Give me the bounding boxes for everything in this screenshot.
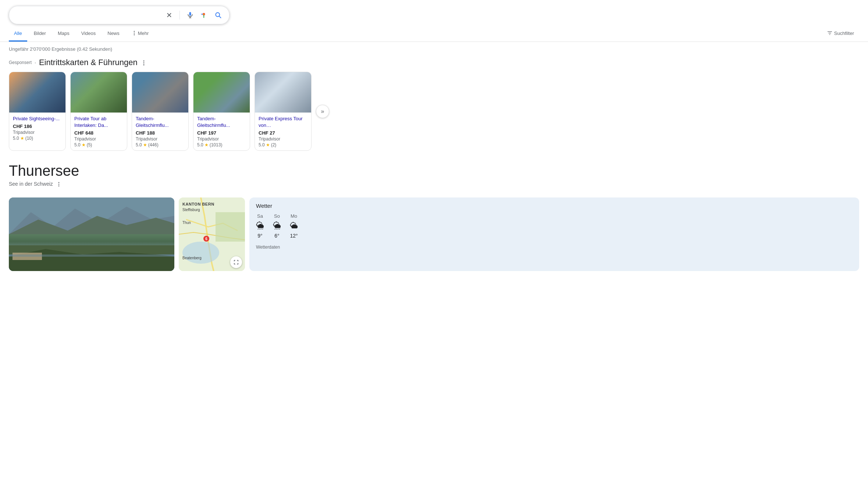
svg-point-20 [58, 185, 60, 186]
svg-rect-28 [9, 254, 174, 257]
svg-point-6 [203, 14, 204, 15]
map-region-label: KANTON BERN Steffisburg Thun [182, 202, 214, 225]
product-image [255, 72, 311, 113]
results-count: Ungefähr 2'070'000 Ergebnisse (0.42 Seku… [0, 42, 868, 55]
product-card[interactable]: Tandem-Gleitschirmflu... CHF 188 Tripadv… [132, 72, 189, 151]
sponsored-label: Gesponsert [9, 60, 32, 65]
clear-button[interactable] [164, 10, 174, 20]
weather-day: Mo 🌥 12° [290, 213, 298, 239]
product-rating: 5.0 ★ (2) [259, 142, 307, 147]
star-icon: ★ [266, 142, 270, 147]
star-icon: ★ [143, 142, 147, 147]
product-price: CHF 27 [259, 130, 307, 136]
svg-point-11 [134, 34, 135, 35]
knowledge-subtitle: See in der Schweiz [9, 181, 859, 187]
search-box-icons [164, 10, 223, 20]
weather-icon: 🌦 [273, 221, 281, 231]
mic-button[interactable] [185, 10, 195, 20]
product-rating: 5.0 ★ (446) [136, 142, 185, 147]
product-image [132, 72, 188, 113]
sponsored-section: Gesponsert · Eintrittskarten & Führungen… [0, 55, 868, 154]
svg-point-19 [58, 184, 60, 185]
knowledge-title: Thunersee [9, 163, 859, 179]
product-source: Tripadvisor [13, 130, 62, 135]
product-source: Tripadvisor [136, 136, 185, 142]
tab-videos[interactable]: Videos [76, 26, 101, 42]
product-price: CHF 648 [74, 130, 123, 136]
weather-title: Wetter [256, 203, 853, 209]
lens-button[interactable] [199, 10, 209, 20]
product-image [9, 72, 65, 113]
star-icon: ★ [204, 142, 209, 147]
chevron-right-icon: » [321, 108, 324, 115]
search-input[interactable]: thunersee [15, 12, 161, 18]
product-image [71, 72, 127, 113]
tab-alle[interactable]: Alle [9, 26, 27, 42]
sponsored-header: Gesponsert · Eintrittskarten & Führungen [9, 58, 859, 67]
svg-point-18 [58, 182, 60, 183]
nav-tabs: Alle Bilder Maps Videos News Mehr Suchfi… [0, 26, 868, 42]
filter-icon [827, 30, 833, 36]
product-name: Tandem-Gleitschirmflu... [197, 115, 246, 129]
product-cards: Private Sightseeing-... CHF 186 Tripadvi… [9, 72, 859, 151]
svg-point-16 [143, 62, 144, 63]
product-card[interactable]: Private Tour ab Interlaken: Da... CHF 64… [70, 72, 127, 151]
product-name: Tandem-Gleitschirmflu... [136, 115, 185, 129]
map-panel: 6 KANTON BERN Steffisburg Thun Beatenber… [179, 197, 245, 271]
weather-day: Sa 🌦 9° [256, 213, 264, 239]
product-name: Private Tour ab Interlaken: Da... [74, 115, 123, 129]
svg-line-8 [219, 16, 221, 18]
product-card[interactable]: Tandem-Gleitschirmflu... CHF 197 Tripadv… [193, 72, 250, 151]
sponsored-title: Eintrittskarten & Führungen [39, 58, 138, 67]
product-source: Tripadvisor [197, 136, 246, 142]
weather-day: So 🌦 6° [273, 213, 281, 239]
product-image [193, 72, 250, 113]
svg-point-10 [134, 33, 135, 34]
tab-bilder[interactable]: Bilder [29, 26, 51, 42]
more-vert-icon [131, 30, 137, 36]
product-card[interactable]: Private Sightseeing-... CHF 186 Tripadvi… [9, 72, 66, 151]
weather-temp: 6° [274, 233, 279, 239]
tab-news[interactable]: News [102, 26, 125, 42]
star-icon: ★ [82, 142, 86, 147]
svg-rect-31 [216, 212, 245, 242]
weather-day-name: Mo [291, 213, 297, 219]
weather-icon: 🌦 [256, 221, 264, 231]
product-card[interactable]: Private Express Tour von… CHF 27 Tripadv… [255, 72, 312, 151]
tab-mehr[interactable]: Mehr [126, 26, 154, 42]
product-source: Tripadvisor [74, 136, 123, 142]
product-rating: 5.0 ★ (5) [74, 142, 123, 147]
map-expand-button[interactable] [230, 256, 242, 268]
search-icon [214, 11, 222, 19]
lake-image [9, 197, 174, 271]
product-price: CHF 197 [197, 130, 246, 136]
svg-rect-2 [189, 12, 191, 16]
search-box: thunersee [9, 6, 230, 24]
tab-maps[interactable]: Maps [53, 26, 75, 42]
bottom-panels: 6 KANTON BERN Steffisburg Thun Beatenber… [0, 197, 868, 271]
product-price: CHF 188 [136, 130, 185, 136]
subtitle-more-icon[interactable] [56, 181, 62, 187]
sponsored-more-icon[interactable] [140, 59, 147, 67]
product-rating: 5.0 ★ (10) [13, 136, 62, 141]
product-rating: 5.0 ★ (1013) [197, 142, 246, 147]
svg-point-9 [134, 31, 135, 32]
map-city-beatenberg: Beatenberg [182, 256, 202, 260]
svg-text:6: 6 [205, 237, 207, 241]
product-name: Private Express Tour von… [259, 115, 307, 129]
weather-day-name: So [274, 213, 280, 219]
next-products-button[interactable]: » [316, 105, 329, 118]
clear-icon [166, 12, 172, 18]
weather-temp: 12° [290, 233, 298, 239]
svg-point-15 [143, 60, 144, 61]
mic-icon [186, 11, 194, 19]
svg-point-30 [182, 242, 219, 264]
search-bar-area: thunersee [0, 0, 868, 24]
divider [179, 11, 180, 19]
product-price: CHF 186 [13, 124, 62, 129]
search-button[interactable] [213, 10, 223, 20]
lens-icon [200, 11, 208, 19]
product-name: Private Sightseeing-... [13, 115, 62, 122]
weather-panel: Wetter Sa 🌦 9° So 🌦 6° Mo 🌥 12° Wetterda… [249, 197, 859, 271]
tab-suchfilter[interactable]: Suchfilter [822, 26, 859, 42]
